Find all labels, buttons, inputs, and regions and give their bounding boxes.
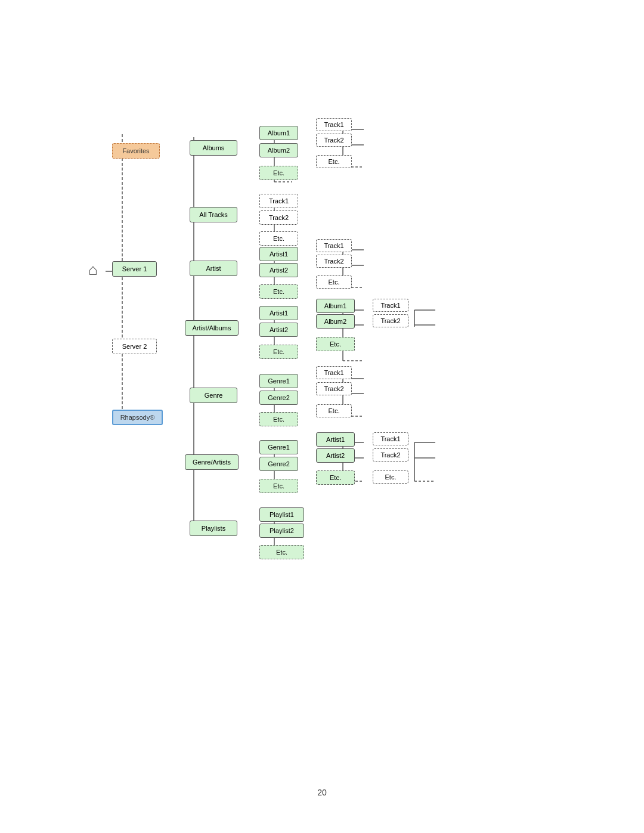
- ga-artist1-node[interactable]: Artist1: [316, 432, 355, 447]
- server1-node[interactable]: Server 1: [112, 261, 157, 277]
- artist1b-node[interactable]: Artist1: [259, 247, 298, 261]
- ga-artist2-node[interactable]: Artist2: [316, 448, 355, 463]
- artist-node[interactable]: Artist: [190, 261, 237, 276]
- artist-track-etc-node: Etc.: [316, 275, 352, 289]
- ga-genre1-node[interactable]: Genre1: [259, 440, 298, 454]
- album1-node[interactable]: Album1: [259, 126, 298, 140]
- ga-track2-node: Track2: [373, 448, 408, 462]
- playlist1-node[interactable]: Playlist1: [259, 507, 304, 522]
- albums-node[interactable]: Albums: [190, 140, 237, 156]
- aa-artist-etc-node[interactable]: Etc.: [259, 345, 298, 359]
- artist2b-node[interactable]: Artist2: [259, 263, 298, 277]
- all-track1-node: Track1: [259, 194, 298, 208]
- genre1c-node[interactable]: Genre1: [259, 374, 298, 388]
- page-number: 20: [317, 788, 327, 797]
- artist-albums-node[interactable]: Artist/Albums: [185, 320, 239, 336]
- album-etc-node[interactable]: Etc.: [259, 166, 298, 180]
- playlist-etc-node[interactable]: Etc.: [259, 545, 304, 559]
- genre-track2-node: Track2: [316, 382, 352, 395]
- album-track1-node: Track1: [316, 118, 352, 131]
- artist-track1-node: Track1: [316, 239, 352, 252]
- all-tracks-node[interactable]: All Tracks: [190, 207, 237, 222]
- album-track-etc-node: Etc.: [316, 155, 352, 168]
- aa-album-etc-node[interactable]: Etc.: [316, 337, 355, 351]
- favorites-node[interactable]: Favorites: [112, 143, 160, 159]
- genre-artists-node[interactable]: Genre/Artists: [185, 454, 239, 470]
- all-track-etc-node: Etc.: [259, 231, 298, 246]
- home-icon: ⌂: [88, 261, 98, 279]
- album-track2-node: Track2: [316, 134, 352, 147]
- aa-artist1-node[interactable]: Artist1: [259, 306, 298, 320]
- genre-track-etc-node: Etc.: [316, 404, 352, 417]
- album2-node[interactable]: Album2: [259, 143, 298, 157]
- rhapsody-node[interactable]: Rhapsody®: [112, 410, 163, 425]
- ga-artist-etc-node[interactable]: Etc.: [316, 470, 355, 485]
- playlist2-node[interactable]: Playlist2: [259, 524, 304, 538]
- aa-track2-node: Track2: [373, 314, 408, 327]
- ga-track1-node: Track1: [373, 432, 408, 445]
- aa-album1-node[interactable]: Album1: [316, 299, 355, 313]
- genre2c-node[interactable]: Genre2: [259, 391, 298, 405]
- genre-node[interactable]: Genre: [190, 388, 237, 403]
- all-track2-node: Track2: [259, 210, 298, 225]
- ga-track-etc-node: Etc.: [373, 470, 408, 484]
- genre-track1-node: Track1: [316, 366, 352, 379]
- server2-node[interactable]: Server 2: [112, 339, 157, 354]
- ga-genre-etc-node[interactable]: Etc.: [259, 479, 298, 493]
- artist-track2-node: Track2: [316, 255, 352, 268]
- ga-genre2-node[interactable]: Genre2: [259, 457, 298, 471]
- genre-etc-c-node[interactable]: Etc.: [259, 412, 298, 426]
- aa-track1-node: Track1: [373, 299, 408, 312]
- aa-artist2-node[interactable]: Artist2: [259, 323, 298, 337]
- artist-etc-b-node[interactable]: Etc.: [259, 284, 298, 299]
- aa-album2-node[interactable]: Album2: [316, 314, 355, 329]
- playlists-node[interactable]: Playlists: [190, 521, 237, 536]
